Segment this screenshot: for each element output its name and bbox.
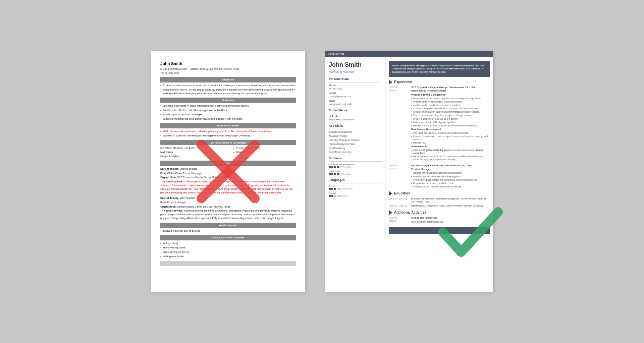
summary-header: Summary [160, 98, 296, 103]
www-value: cv.uptowork.com/j.smith [329, 103, 382, 106]
ms-excel-dots [329, 166, 341, 168]
experience-title: Experience [394, 80, 412, 84]
skill-spanish: • Spanish (basic) [233, 151, 296, 154]
good-resume-right-col: Global Group Product Manager with 7 year… [386, 57, 493, 238]
resume-comparison: John Smith E-Mail: j.smith@mail.com Addr… [151, 51, 493, 292]
dot-5 [339, 195, 341, 197]
email-label: E-Mail: [160, 68, 168, 70]
job2-joining: Date of Joining: 2007 to 2010 [160, 196, 296, 200]
job1-b6: Prepare annual marketing plans to suppor… [411, 114, 490, 117]
spanish-dots [329, 195, 341, 197]
phone-label: Phone [329, 84, 382, 87]
dot-1 [329, 173, 331, 175]
job1-details: XYZ Cosmetics Capital Group / San Antoni… [411, 86, 490, 161]
good-resume-left-col: John Smith Marketing Manager Personal Da… [325, 57, 386, 238]
intro-bold-2: brand management [453, 64, 474, 67]
email-value: j.smith@mail.com [168, 68, 187, 70]
job1-entry: 2010-12 - present XYZ Cosmetics Capital … [389, 86, 490, 161]
linkedin-value: www.linkedin.com/johnutw [329, 118, 382, 121]
extra-3: Enjoy Surfing on the net. [160, 250, 296, 254]
www-label: WWW [329, 99, 382, 103]
summary-bullet-2: Creative with effective and efficient or… [160, 109, 296, 112]
extra-1: Writing a blog. [160, 242, 296, 245]
job1-post: Post: Global Group Product Manager [160, 172, 296, 175]
address-label: Address: [190, 68, 199, 70]
experience-section-header: Experience [389, 80, 490, 84]
education-section-header: Education [389, 191, 490, 196]
job1-b13: I finalized 10 global marketing projects… [411, 149, 490, 155]
academic-header: Academic Details [160, 123, 296, 128]
education-title: Education [394, 191, 410, 196]
additional-arrow-icon [389, 210, 392, 215]
summary-bullet-4: Excellent interpersonal skills quickly d… [160, 117, 296, 121]
bad-resume-footer-bar [160, 261, 296, 266]
good-resume-name: John Smith [329, 61, 382, 69]
french-dots [329, 188, 341, 190]
academic-bullet-1: MBA (Business Administration, Marketing … [160, 130, 296, 133]
dot-2 [331, 195, 333, 197]
software-mailchimp-row: Mail Chimp Very Good [329, 170, 382, 176]
job1-joining: Date of Joining: 2010 to till date [160, 167, 296, 171]
edu2-dates: 2000-10 - 2004-05 [389, 204, 409, 208]
job1-b3: Analyze market trends and recommend solu… [411, 104, 490, 107]
skill-analytical: Analytical Thinking [329, 134, 382, 137]
dot-4 [337, 195, 339, 197]
dot-3 [334, 195, 336, 197]
job2-company: Kitchen Supply Center Ltd / San Antonio,… [411, 164, 490, 168]
edu2-degree: Marketing and Management / West Miami Un… [411, 204, 490, 207]
job2-b5: Prepared product segment performance ana… [411, 185, 490, 188]
tel-value: 774-987-4009 [165, 72, 179, 74]
job1-b4: Communicate product knowledge to custome… [411, 107, 490, 110]
job2-b1: Planned and implemented promotional camp… [411, 171, 490, 174]
phone-value: 774-987-4009 [329, 87, 382, 90]
extra-2: Enjoy reading books. [160, 246, 296, 250]
dot-2 [331, 173, 333, 175]
good-resume: Curriculum Vitae John Smith Marketing Ma… [325, 51, 493, 292]
french-level: Intermediate [342, 188, 353, 190]
job1-org: Organization: XYZ Cosmetics Capital Grou… [160, 176, 296, 179]
intro-bold-4: 60 new collections [445, 67, 465, 70]
job1-b1: Responsible for the creation of global b… [411, 97, 490, 100]
software-ms-excel-row: MS Excel, MS PowerPoint Very Good [329, 163, 382, 169]
bad-resume: John Smith E-Mail: j.smith@mail.com Addr… [151, 51, 305, 292]
experience-arrow-icon [389, 80, 392, 84]
mailchimp-level: Very Good [342, 173, 351, 176]
bad-resume-name: John Smith [160, 61, 296, 67]
dot-1 [329, 195, 331, 197]
dot-4 [337, 166, 339, 168]
dot-1 [329, 188, 331, 190]
objective-bullet-2: Seeking a role, where I will be able to … [160, 88, 296, 96]
email-label: E-mail [329, 92, 382, 95]
job1-b12: Manage P&L. [411, 141, 490, 144]
job1-b5: Create communication support plans for s… [411, 110, 490, 113]
dot-4 [337, 173, 339, 175]
key-skills-title: Key Skills [329, 124, 382, 129]
extra-4: Making new friends. [160, 255, 296, 259]
software-title: Software [329, 156, 382, 162]
ms-excel-label: MS Excel, MS PowerPoint [329, 163, 356, 166]
job2-scope: The scope of work: Planning and implemen… [160, 209, 296, 220]
achievement-1: Involved in a stock sell-off project. [160, 229, 296, 233]
additional-title: Additional Activities [394, 210, 426, 215]
dot-1 [329, 166, 331, 168]
spanish-label: Spanish [329, 192, 356, 195]
dot-2 [331, 188, 333, 190]
cv-label-bar: Curriculum Vitae [325, 51, 493, 57]
edu-grid: 2005-09 - 2007-05 Business Administratio… [389, 197, 490, 208]
spanish-level: Basic [342, 195, 347, 197]
skill-mailchimp: Mail Chimp [160, 151, 223, 154]
skill-innovation: Innovation Management [329, 130, 382, 133]
job1-b9: Manage product portfolio (product segmen… [411, 124, 490, 127]
skill-portfolio: Portfolio Deployment Plans [329, 142, 382, 146]
summary-bullet-1: Extensive experience in brand management… [160, 104, 296, 108]
job1-b8: Fully responsible for P&L of product por… [411, 121, 490, 124]
social-media-title: Social Media [329, 108, 382, 114]
job1-b10: Innovation development - develop new pro… [411, 131, 490, 134]
skill-email-marketing: E-mail Marketing [329, 147, 382, 150]
skill-ms-office: MS Office: MS Word, MS Excel [160, 147, 223, 150]
mailchimp-dots [329, 173, 341, 175]
job2-entry: 2007-09 - 2010-11 Kitchen Supply Center … [389, 164, 490, 188]
french-row: French Intermediate [329, 185, 382, 190]
personal-data-title: Personal Data [329, 77, 382, 82]
address-value: 1905 W East Ave, San Antonio, Texas [200, 68, 239, 70]
